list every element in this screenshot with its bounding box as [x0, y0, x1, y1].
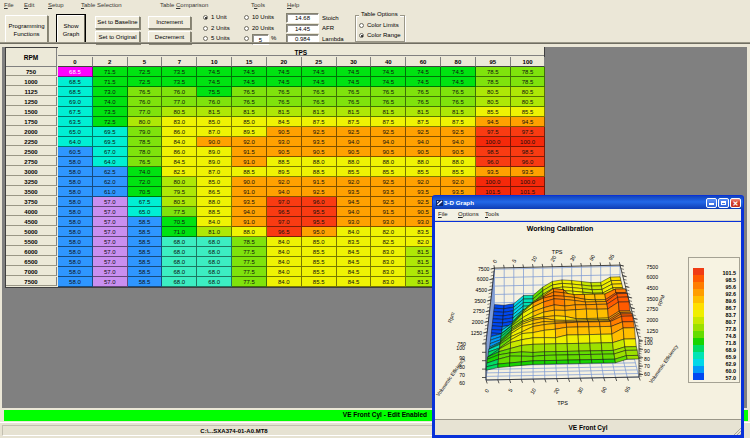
svg-text:98.5: 98.5 [726, 277, 737, 283]
svg-text:20: 20 [549, 255, 557, 263]
svg-text:4500: 4500 [647, 285, 659, 291]
svg-text:TPS: TPS [552, 249, 563, 255]
svg-text:90: 90 [644, 348, 650, 354]
svg-text:80.7: 80.7 [726, 319, 737, 325]
svg-text:1250: 1250 [471, 330, 483, 336]
svg-text:92.6: 92.6 [726, 291, 737, 297]
svg-text:71.8: 71.8 [726, 340, 737, 346]
svg-text:60: 60 [600, 386, 608, 394]
svg-text:TPS: TPS [557, 400, 568, 406]
svg-text:3500: 3500 [474, 298, 486, 304]
svg-text:89.6: 89.6 [726, 298, 737, 304]
svg-text:4500: 4500 [476, 287, 488, 293]
svg-text:101.5: 101.5 [723, 270, 737, 276]
svg-text:6000: 6000 [477, 276, 489, 282]
svg-text:6000: 6000 [647, 274, 659, 280]
svg-text:5: 5 [507, 388, 514, 394]
svg-text:10: 10 [529, 387, 537, 395]
svg-text:7500: 7500 [478, 266, 490, 272]
svg-text:30: 30 [569, 254, 577, 262]
svg-text:57.0: 57.0 [726, 375, 737, 381]
svg-text:70: 70 [644, 363, 650, 369]
svg-text:74.8: 74.8 [726, 333, 737, 339]
svg-text:2750: 2750 [647, 306, 659, 312]
svg-text:83.7: 83.7 [726, 312, 737, 318]
svg-text:1250: 1250 [647, 328, 659, 334]
svg-text:95: 95 [623, 385, 631, 393]
svg-text:77.8: 77.8 [726, 326, 737, 332]
svg-text:95: 95 [607, 253, 615, 261]
svg-text:Volumetric Efficiency: Volumetric Efficiency [648, 343, 680, 385]
svg-text:7500: 7500 [647, 264, 659, 270]
svg-text:5: 5 [511, 258, 518, 264]
svg-text:750: 750 [644, 336, 653, 342]
svg-text:60: 60 [588, 254, 596, 262]
svg-text:60: 60 [459, 380, 465, 386]
svg-text:95.6: 95.6 [726, 284, 737, 290]
svg-text:0: 0 [491, 259, 498, 265]
svg-text:68.9: 68.9 [726, 347, 737, 353]
svg-text:86.7: 86.7 [726, 305, 737, 311]
svg-text:750: 750 [457, 341, 466, 347]
svg-text:2750: 2750 [473, 308, 485, 314]
svg-text:60: 60 [644, 371, 650, 377]
svg-text:62.9: 62.9 [726, 361, 737, 367]
svg-text:2000: 2000 [647, 317, 659, 323]
svg-text:65.9: 65.9 [726, 354, 737, 360]
svg-text:10: 10 [530, 255, 538, 263]
svg-text:0: 0 [483, 388, 490, 394]
svg-text:60.0: 60.0 [726, 368, 737, 374]
svg-text:Rpm: Rpm [447, 311, 456, 323]
svg-text:80: 80 [644, 356, 650, 362]
svg-text:30: 30 [576, 386, 584, 394]
svg-text:2000: 2000 [472, 319, 484, 325]
svg-text:3500: 3500 [647, 296, 659, 302]
svg-text:70: 70 [459, 372, 465, 378]
svg-text:20: 20 [552, 387, 560, 395]
